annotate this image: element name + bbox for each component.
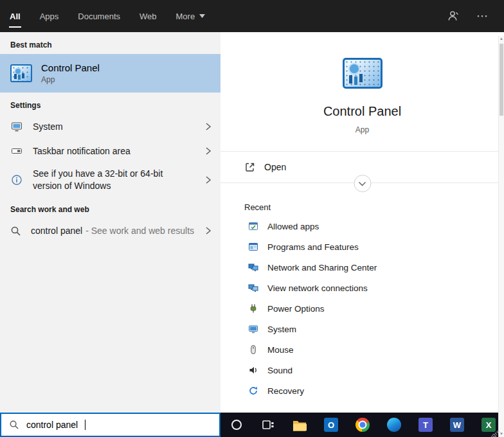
search-input-value: control panel (26, 420, 78, 430)
settings-result-label: Taskbar notification area (33, 146, 195, 156)
recovery-icon (248, 386, 258, 397)
recent-item-label: Sound (267, 366, 292, 375)
system-monitor-icon (248, 324, 258, 335)
chevron-right-icon (205, 147, 212, 156)
search-work-web-header: Search work and web (0, 197, 221, 219)
divider (221, 183, 504, 183)
chevron-down-icon (199, 14, 205, 18)
cortana-icon[interactable] (230, 418, 244, 432)
search-filter-tabs: All Apps Documents Web More (0, 0, 215, 32)
taskbar: control panel (0, 413, 504, 437)
result-subtitle: App (41, 75, 100, 84)
preview-subtitle: App (221, 125, 504, 134)
search-icon (9, 420, 19, 430)
recent-item-sound[interactable]: Sound (221, 360, 504, 380)
info-icon (10, 174, 23, 186)
scrollbar[interactable]: ▲ ▼ (498, 36, 504, 437)
chevron-down-icon (359, 181, 366, 186)
result-title: Control Panel (41, 62, 100, 73)
best-match-result-control-panel[interactable]: Control Panel App (0, 54, 221, 93)
recent-item-label: Mouse (267, 345, 294, 355)
recent-item-network-sharing[interactable]: Network and Sharing Center (221, 257, 504, 278)
settings-header: Settings (0, 93, 221, 114)
search-topbar: All Apps Documents Web More ⋯ (0, 0, 504, 32)
tab-more-label: More (176, 12, 195, 21)
power-options-icon (248, 303, 258, 314)
taskbar-search-input[interactable]: control panel (0, 413, 221, 437)
recent-item-label: Allowed apps (267, 222, 319, 231)
chevron-right-icon (205, 175, 212, 184)
edge-icon[interactable] (387, 418, 401, 432)
recent-item-programs-features[interactable]: Programs and Features (221, 236, 504, 257)
outlook-icon[interactable] (324, 418, 338, 432)
network-sharing-icon (248, 262, 258, 273)
speaker-icon (248, 365, 258, 376)
recent-item-label: Recovery (267, 386, 304, 396)
recent-item-label: View network connections (267, 283, 368, 293)
open-label: Open (264, 162, 286, 172)
file-explorer-icon[interactable] (292, 418, 307, 432)
open-icon (244, 161, 256, 173)
settings-result-label: System (33, 121, 195, 132)
search-results-panel: Best match Control Panel App Settings Sy… (0, 32, 504, 413)
chrome-icon[interactable] (356, 418, 370, 432)
preview-title: Control Panel (221, 104, 504, 119)
expand-actions-button[interactable] (354, 175, 371, 192)
control-panel-icon (10, 64, 32, 82)
recent-item-network-connections[interactable]: View network connections (221, 278, 504, 298)
recent-item-system[interactable]: System (221, 319, 504, 339)
monitor-icon (10, 120, 23, 133)
search-icon (10, 226, 21, 236)
tab-documents[interactable]: Documents (68, 0, 130, 32)
recent-item-label: Network and Sharing Center (267, 263, 377, 272)
scroll-down-arrow[interactable]: ▼ (499, 431, 504, 437)
tab-more[interactable]: More (166, 0, 215, 32)
teams-icon[interactable] (419, 418, 433, 432)
ellipsis-icon[interactable]: ⋯ (476, 9, 489, 23)
best-match-header: Best match (0, 32, 221, 54)
web-search-result[interactable]: control panel - See work and web results (0, 219, 221, 243)
chevron-right-icon (205, 226, 212, 235)
preview-pane: Control Panel App Open Recent (221, 32, 504, 413)
chevron-right-icon (205, 122, 212, 131)
taskbar-icons (221, 413, 504, 437)
settings-result-32-64-bit[interactable]: See if you have a 32-bit or 64-bit versi… (0, 163, 221, 197)
word-icon[interactable] (450, 418, 464, 432)
recent-item-power-options[interactable]: Power Options (221, 298, 504, 319)
taskbar-tray-icon (10, 145, 23, 157)
excel-icon[interactable] (482, 418, 496, 432)
web-search-query: control panel (31, 226, 82, 236)
network-connections-icon (248, 283, 258, 294)
recent-item-label: Power Options (267, 304, 325, 314)
programs-features-icon (248, 242, 258, 253)
recent-item-recovery[interactable]: Recovery (221, 380, 504, 401)
task-view-icon[interactable] (261, 418, 275, 432)
recent-item-label: System (267, 325, 296, 334)
mouse-icon (248, 344, 258, 355)
allowed-apps-icon (248, 221, 258, 232)
recent-item-label: Programs and Features (267, 242, 359, 252)
control-panel-icon (343, 58, 382, 89)
feedback-person-icon[interactable] (447, 10, 460, 22)
tab-all[interactable]: All (0, 0, 30, 32)
web-search-hint: - See work and web results (86, 226, 194, 236)
settings-result-taskbar-notification[interactable]: Taskbar notification area (0, 139, 221, 163)
settings-result-label: See if you have a 32-bit or 64-bit versi… (33, 168, 186, 192)
scrollbar-thumb[interactable] (500, 44, 503, 116)
text-cursor (85, 420, 86, 430)
tab-web[interactable]: Web (130, 0, 166, 32)
settings-result-system[interactable]: System (0, 114, 221, 139)
scroll-up-arrow[interactable]: ▲ (499, 36, 504, 42)
results-list: Best match Control Panel App Settings Sy… (0, 32, 221, 413)
recent-item-mouse[interactable]: Mouse (221, 339, 504, 360)
recent-item-allowed-apps[interactable]: Allowed apps (221, 216, 504, 236)
tab-apps[interactable]: Apps (30, 0, 69, 32)
